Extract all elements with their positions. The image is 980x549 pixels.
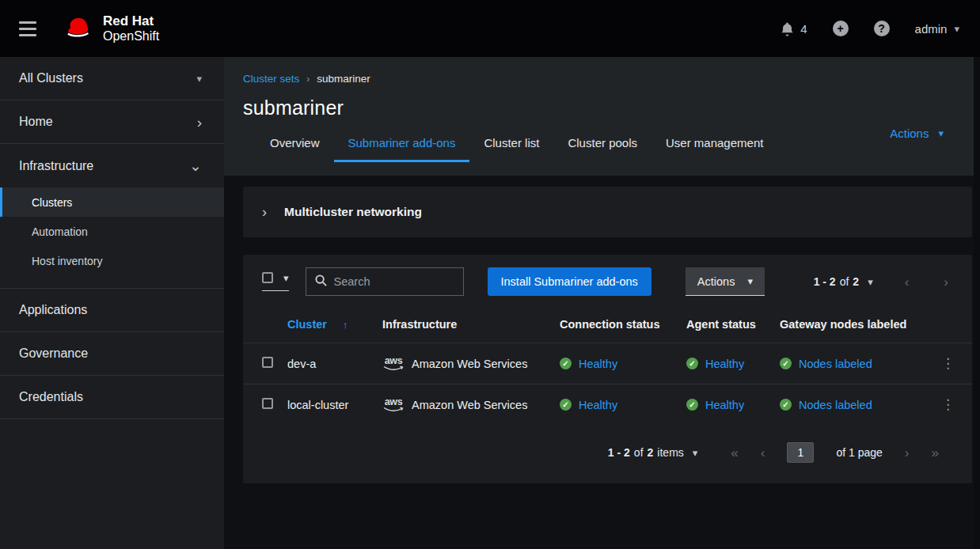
tab-cluster-list[interactable]: Cluster list [469,136,553,162]
column-header-infrastructure[interactable]: Infrastructure [374,309,550,343]
sidebar-item-label: Governance [19,346,88,361]
row-checkbox[interactable] [262,398,273,409]
breadcrumb: Cluster sets › submariner [243,73,961,85]
multicluster-networking-title: Multicluster networking [284,205,422,219]
sidebar-item-automation[interactable]: Automation [0,217,224,246]
caret-down-icon: ▾ [693,448,698,458]
sidebar-item-infrastructure[interactable]: Infrastructure ⌄ [0,144,224,187]
add-button[interactable]: + [833,21,849,36]
caret-down-icon: ▾ [196,74,202,84]
sidebar-item-applications[interactable]: Applications [0,289,224,332]
submariner-table-card: ▾ Install Submariner add-ons Actions [243,255,972,483]
next-page-button[interactable]: › [944,275,948,289]
bell-icon [780,21,795,36]
check-circle-icon: ✓ [780,399,792,411]
expand-toggle-angle-right-icon[interactable]: › [262,205,267,219]
select-all-checkbox[interactable] [262,272,273,283]
sidebar-item-host-inventory[interactable]: Host inventory [0,246,224,275]
connection-status-link[interactable]: Healthy [579,399,617,411]
pagination-items-toggle[interactable]: 1 - 2 of 2 items ▾ [608,446,697,459]
tab-submariner-add-ons[interactable]: Submariner add-ons [334,136,470,162]
brand-line1: Red Hat [103,13,159,29]
angle-right-icon: › [306,74,310,85]
tab-overview[interactable]: Overview [256,136,334,162]
multicluster-networking-card: › Multicluster networking [243,187,972,237]
bulk-select-dropdown[interactable]: ▾ [262,272,289,291]
breadcrumb-cluster-sets[interactable]: Cluster sets [243,73,299,85]
page-actions-dropdown[interactable]: Actions ▾ [890,127,944,140]
sidebar: All Clusters ▾ Home › Infrastructure ⌄ C… [0,57,224,549]
page-content: › Multicluster networking ▾ [224,176,980,483]
pagination-range: 1 - 2 [608,446,630,459]
caret-down-icon: ▾ [954,24,959,34]
perspective-label: All Clusters [19,71,83,85]
row-kebab-menu[interactable]: ⋮ [924,384,972,426]
column-header-connection-status[interactable]: Connection status [550,309,675,343]
column-header-cluster[interactable]: Cluster ↑ [279,309,374,343]
page-header: Cluster sets › submariner submariner Act… [224,57,980,176]
row-kebab-menu[interactable]: ⋮ [924,343,972,384]
sidebar-item-governance[interactable]: Governance [0,332,224,376]
previous-page-button[interactable]: ‹ [761,446,765,460]
infrastructure-label: Amazon Web Services [412,399,527,411]
bottom-pagination: 1 - 2 of 2 items ▾ « ‹ of 1 page › » [243,425,972,483]
connection-status-link[interactable]: Healthy [579,358,617,370]
table-row: dev-a aws Amazon Web Servic [243,343,972,384]
toolbar-actions-dropdown[interactable]: Actions ▾ [686,267,765,296]
check-circle-icon: ✓ [560,399,572,411]
perspective-switcher[interactable]: All Clusters ▾ [0,57,224,100]
cluster-name-cell: dev-a [279,343,374,384]
previous-page-button[interactable]: ‹ [905,275,910,289]
nav-toggle-icon[interactable] [14,17,41,41]
submariner-add-ons-table: Cluster ↑ Infrastructure Connection stat… [243,309,972,425]
aws-icon: aws [382,356,405,372]
table-toolbar: ▾ Install Submariner add-ons Actions [243,255,972,309]
tabs: Overview Submariner add-ons Cluster list… [256,136,961,162]
breadcrumb-current: submariner [317,73,370,85]
pagination-total: 2 [648,446,654,459]
page-actions-label: Actions [890,127,929,140]
next-page-button[interactable]: › [905,446,910,460]
gateway-nodes-link[interactable]: Nodes labeled [799,358,872,370]
pagination-menu-toggle[interactable]: 1 - 2 of 2 ▾ [814,275,873,288]
tab-user-management[interactable]: User management [651,136,777,162]
column-header-gateway-nodes-labeled[interactable]: Gateway nodes labeled [769,309,924,343]
gateway-nodes-link[interactable]: Nodes labeled [799,399,872,411]
top-pagination: 1 - 2 of 2 ▾ ‹ › [814,275,959,289]
app-launcher-icon[interactable] [739,21,754,36]
row-checkbox[interactable] [262,357,273,368]
caret-down-icon: ▾ [868,277,873,287]
agent-status-link[interactable]: Healthy [705,399,744,411]
redhat-fedora-icon [63,16,95,42]
sidebar-item-label: Infrastructure [19,159,93,173]
sort-ascending-icon[interactable]: ↑ [343,319,348,331]
brand-logo[interactable]: Red Hat OpenShift [63,13,159,44]
current-page-input[interactable] [787,442,814,463]
tab-cluster-pools[interactable]: Cluster pools [553,136,651,162]
notifications-button[interactable]: 4 [780,21,807,36]
column-label: Gateway nodes labeled [780,318,906,331]
sidebar-item-clusters[interactable]: Clusters [0,187,224,217]
first-page-button[interactable]: « [731,446,738,460]
search-icon [315,274,327,290]
sidebar-item-home[interactable]: Home › [0,100,224,144]
sidebar-item-label: Home [19,115,53,129]
install-submariner-add-ons-button[interactable]: Install Submariner add-ons [488,267,651,296]
help-button[interactable]: ? [874,21,890,36]
notification-count: 4 [800,22,807,36]
agent-status-link[interactable]: Healthy [705,358,744,370]
search-input[interactable] [334,275,454,288]
scrollbar-track[interactable] [974,57,980,549]
angle-down-icon: ⌄ [189,158,202,173]
pagination-range: 1 - 2 [814,275,836,288]
caret-down-icon: ▾ [283,273,289,283]
page-title: submariner [243,97,961,119]
table-row: local-cluster aws Amazon We [243,384,972,426]
sidebar-item-credentials[interactable]: Credentials [0,376,224,419]
caret-down-icon: ▾ [747,276,753,286]
last-page-button[interactable]: » [932,446,939,460]
column-label: Infrastructure [382,318,457,331]
user-menu[interactable]: admin ▾ [915,22,959,36]
brand-line2: OpenShift [103,29,159,44]
column-header-agent-status[interactable]: Agent status [675,309,769,343]
